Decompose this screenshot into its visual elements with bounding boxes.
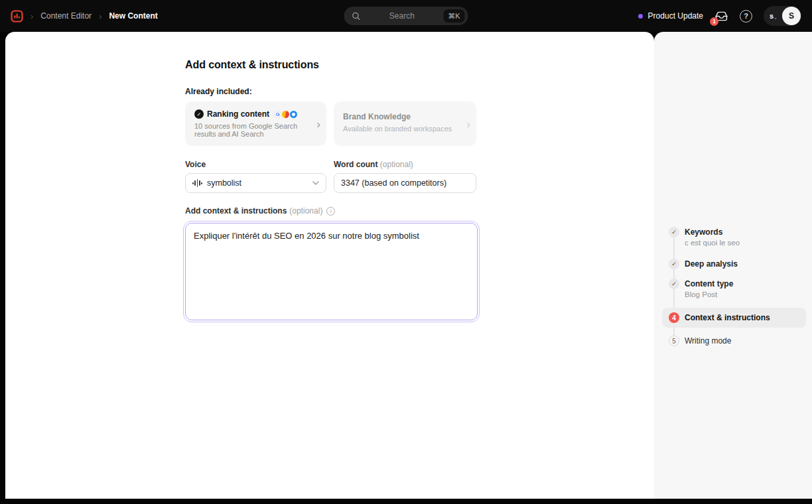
already-included-label: Already included:	[185, 87, 478, 96]
step-sublabel: c est quoi le seo	[685, 239, 740, 247]
purple-dot-icon	[638, 14, 643, 19]
global-search[interactable]: ⌘K	[344, 7, 468, 25]
context-optional-label: (optional)	[289, 206, 322, 216]
chevron-down-icon	[312, 181, 319, 185]
brand-knowledge-title: Brand Knowledge	[343, 112, 459, 121]
steps-sidebar: ✓ Keywords c est quoi le seo ✓ Deep anal…	[654, 32, 812, 499]
top-bar: › Content Editor › New Content ⌘K Produc…	[0, 0, 812, 32]
voice-value: symbolist	[207, 178, 241, 188]
header-actions: Product Update 1 ? s. S	[638, 6, 801, 26]
workspace-dot: .	[774, 11, 777, 21]
content-area: Add context & instructions Already inclu…	[0, 32, 812, 504]
ranking-content-title: Ranking content	[207, 109, 269, 119]
notification-badge: 1	[710, 17, 718, 26]
ranking-content-description: 10 sources from Google Search results an…	[194, 122, 309, 138]
search-shortcut-badge: ⌘K	[443, 9, 464, 23]
main-panel: Add context & instructions Already inclu…	[5, 32, 654, 499]
step-deep-analysis[interactable]: ✓ Deep analysis	[662, 257, 806, 271]
ranking-content-card[interactable]: ✓ Ranking content G 10 sources from Goog…	[185, 101, 326, 146]
breadcrumb-new-content: New Content	[109, 11, 157, 21]
word-count-input[interactable]	[334, 173, 476, 193]
stepper: ✓ Keywords c est quoi le seo ✓ Deep anal…	[662, 227, 806, 347]
question-icon: ?	[744, 12, 748, 20]
check-circle-icon: ✓	[669, 279, 679, 289]
step-label: Context & instructions	[685, 313, 770, 322]
app-root: › Content Editor › New Content ⌘K Produc…	[0, 0, 812, 504]
check-circle-icon: ✓	[669, 259, 679, 269]
brand-knowledge-description: Available on branded workspaces	[343, 125, 459, 133]
search-icon	[352, 11, 361, 21]
step-writing-mode[interactable]: 5 Writing mode	[662, 334, 806, 347]
form-fields: Voice symbolist Word count (optional)	[185, 160, 478, 193]
user-avatar[interactable]: S	[782, 7, 801, 25]
step-context-instructions[interactable]: 4 Context & instructions	[662, 308, 806, 328]
voice-select[interactable]: symbolist	[185, 173, 326, 193]
context-label-row: Add context & instructions (optional) i	[185, 206, 478, 216]
check-circle-icon: ✓	[669, 227, 679, 237]
breadcrumb-separator-icon: ›	[99, 12, 102, 21]
product-update-label: Product Update	[648, 11, 703, 21]
breadcrumb-separator-icon: ›	[31, 12, 33, 21]
breadcrumb: › Content Editor › New Content	[11, 10, 158, 23]
included-cards: ✓ Ranking content G 10 sources from Goog…	[185, 101, 478, 146]
product-update-button[interactable]: Product Update	[638, 11, 703, 21]
help-button[interactable]: ?	[740, 10, 752, 23]
workspace-switcher[interactable]: s. S	[764, 6, 801, 26]
context-label: Add context & instructions	[185, 206, 287, 216]
info-icon[interactable]: i	[326, 207, 335, 216]
search-input[interactable]	[361, 11, 444, 21]
brand-knowledge-card[interactable]: Brand Knowledge Available on branded wor…	[334, 101, 476, 146]
source-favicons: G	[274, 111, 297, 118]
workspace-label: s	[770, 12, 774, 20]
step-label: Content type	[685, 279, 733, 288]
app-logo-icon[interactable]	[11, 10, 23, 23]
voice-label: Voice	[185, 160, 326, 169]
step-content-type[interactable]: ✓ Content type Blog Post	[662, 279, 806, 302]
context-textarea[interactable]: Expliquer l'intérêt du SEO en 2026 sur n…	[185, 223, 478, 320]
step-keywords[interactable]: ✓ Keywords c est quoi le seo	[662, 227, 806, 249]
search-source-icon	[282, 111, 289, 118]
check-circle-icon: ✓	[194, 109, 204, 119]
step-label: Writing mode	[685, 336, 731, 346]
chevron-right-icon: ›	[466, 118, 470, 129]
step-number-badge: 4	[669, 312, 679, 323]
step-number-badge: 5	[669, 336, 679, 346]
word-count-label: Word count (optional)	[334, 160, 476, 169]
step-label: Deep analysis	[685, 259, 738, 269]
ai-search-icon	[290, 111, 297, 118]
step-label: Keywords	[685, 227, 740, 237]
step-sublabel: Blog Post	[685, 290, 733, 299]
inbox-button[interactable]: 1	[714, 9, 728, 23]
breadcrumb-content-editor[interactable]: Content Editor	[40, 11, 92, 21]
chevron-right-icon: ›	[316, 118, 320, 129]
page-title: Add context & instructions	[185, 58, 478, 71]
voice-waveform-icon	[192, 179, 202, 187]
google-icon: G	[274, 111, 281, 118]
